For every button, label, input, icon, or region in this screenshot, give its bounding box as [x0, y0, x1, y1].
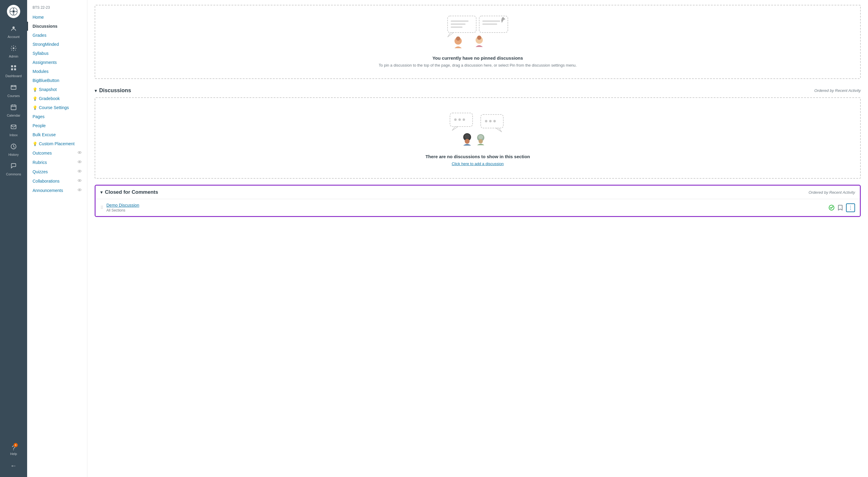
- help-badge: 6: [13, 443, 18, 447]
- nav-modules[interactable]: Modules: [27, 67, 87, 76]
- nav-item-history[interactable]: History: [0, 140, 27, 160]
- app-logo[interactable]: [7, 5, 20, 18]
- nav-course-settings-label: Course Settings: [39, 105, 69, 110]
- table-row: ⠿ Demo Discussion All Sections ⋮: [96, 199, 860, 216]
- svg-point-45: [489, 120, 492, 122]
- nav-pages[interactable]: Pages: [27, 112, 87, 121]
- nav-quizzes-label: Quizzes: [33, 169, 48, 174]
- svg-rect-38: [450, 113, 472, 127]
- nav-home[interactable]: Home: [27, 13, 87, 22]
- svg-rect-8: [11, 65, 13, 67]
- svg-point-44: [485, 120, 487, 122]
- pinned-illustration: [101, 14, 854, 51]
- nav-assignments[interactable]: Assignments: [27, 58, 87, 67]
- discussions-empty-title: There are no discussions to show in this…: [101, 154, 854, 159]
- nav-gradebook[interactable]: 💡 Gradebook: [27, 94, 87, 103]
- nav-outcomes[interactable]: Outcomes: [27, 148, 87, 158]
- nav-grades[interactable]: Grades: [27, 31, 87, 40]
- nav-syllabus[interactable]: Syllabus: [27, 49, 87, 58]
- nav-item-account[interactable]: Account: [0, 22, 27, 42]
- admin-icon: [10, 45, 17, 53]
- icon-nav: Account Admin Dashboard: [0, 0, 27, 477]
- discussion-actions: ⋮: [829, 203, 855, 212]
- nav-bigbluebutton-label: BigBlueButton: [33, 78, 59, 83]
- nav-item-courses[interactable]: Courses: [0, 82, 27, 101]
- nav-item-dashboard[interactable]: Dashboard: [0, 61, 27, 81]
- nav-item-admin[interactable]: Admin: [0, 42, 27, 61]
- nav-label-inbox: Inbox: [10, 133, 18, 137]
- nav-label-dashboard: Dashboard: [5, 74, 22, 78]
- discussions-label: Discussions: [99, 87, 131, 94]
- courses-icon: [10, 84, 17, 93]
- published-icon[interactable]: [829, 204, 835, 211]
- drag-handle-icon[interactable]: ⠿: [100, 205, 103, 210]
- nav-item-commons[interactable]: Commons: [0, 160, 27, 179]
- course-nav: BTS 22-23 Home Discussions Grades Strong…: [27, 0, 87, 477]
- nav-item-calendar[interactable]: Calendar: [0, 101, 27, 121]
- nav-rubrics[interactable]: Rubrics: [27, 158, 87, 167]
- nav-label-account: Account: [7, 35, 20, 39]
- svg-point-53: [478, 139, 483, 144]
- discussions-section-header: ▾ Discussions Ordered by Recent Activity: [87, 84, 868, 97]
- nav-quizzes[interactable]: Quizzes: [27, 167, 87, 176]
- nav-label-admin: Admin: [9, 55, 18, 59]
- course-settings-icon: 💡: [33, 105, 37, 110]
- svg-point-41: [463, 119, 465, 121]
- kebab-menu-button[interactable]: ⋮: [846, 203, 855, 212]
- commons-icon: [10, 163, 17, 171]
- quizzes-eye-icon[interactable]: [78, 169, 82, 174]
- discussions-add-link[interactable]: Click here to add a discussion: [101, 161, 854, 166]
- svg-rect-12: [11, 85, 16, 89]
- svg-point-23: [79, 180, 80, 181]
- svg-point-25: [79, 189, 80, 190]
- nav-discussions[interactable]: Discussions: [27, 22, 87, 31]
- nav-label-commons: Commons: [6, 172, 21, 176]
- nav-collaborations[interactable]: Collaborations: [27, 176, 87, 186]
- nav-strongminded[interactable]: StrongMinded: [27, 40, 87, 49]
- nav-announcements[interactable]: Announcements: [27, 186, 87, 195]
- svg-marker-30: [447, 33, 454, 37]
- nav-rubrics-label: Rubrics: [33, 160, 47, 165]
- svg-point-2: [13, 8, 14, 10]
- svg-rect-10: [11, 68, 13, 70]
- gradebook-icon: 💡: [33, 96, 37, 101]
- inbox-icon: [10, 124, 17, 132]
- closed-chevron[interactable]: ▾: [100, 190, 102, 195]
- nav-item-inbox[interactable]: Inbox: [0, 121, 27, 140]
- svg-point-6: [12, 27, 14, 29]
- nav-modules-label: Modules: [33, 69, 49, 74]
- snapshot-icon: 💡: [33, 87, 37, 92]
- closed-section-header: ▾ Closed for Comments Ordered by Recent …: [96, 186, 860, 199]
- nav-bulk-excuse-label: Bulk Excuse: [33, 132, 56, 137]
- pinned-empty-title: You currently have no pinned discussions: [101, 56, 854, 61]
- main-content: You currently have no pinned discussions…: [87, 0, 868, 477]
- nav-snapshot[interactable]: 💡 Snapshot: [27, 85, 87, 94]
- nav-bigbluebutton[interactable]: BigBlueButton: [27, 76, 87, 85]
- discussions-chevron[interactable]: ▾: [95, 88, 97, 93]
- pinned-section: You currently have no pinned discussions…: [95, 5, 861, 79]
- svg-point-17: [79, 152, 80, 153]
- outcomes-eye-icon[interactable]: [78, 150, 82, 156]
- announcements-eye-icon[interactable]: [78, 188, 82, 193]
- nav-course-settings[interactable]: 💡 Course Settings: [27, 103, 87, 112]
- svg-point-50: [465, 139, 470, 144]
- svg-point-21: [79, 170, 80, 172]
- nav-label-courses: Courses: [7, 94, 20, 98]
- discussion-title[interactable]: Demo Discussion: [106, 203, 829, 208]
- svg-point-40: [458, 119, 461, 121]
- nav-announcements-label: Announcements: [33, 188, 63, 193]
- nav-custom-placement[interactable]: 💡 Custom Placement: [27, 139, 87, 148]
- svg-point-4: [10, 11, 12, 12]
- collaborations-eye-icon[interactable]: [78, 179, 82, 184]
- bookmark-icon[interactable]: [838, 204, 843, 211]
- nav-item-collapse[interactable]: ←: [0, 459, 27, 474]
- svg-point-49: [464, 134, 470, 139]
- svg-point-19: [79, 161, 80, 162]
- discussions-empty-area: There are no discussions to show in this…: [95, 97, 861, 179]
- calendar-icon: [10, 104, 17, 113]
- nav-people[interactable]: People: [27, 121, 87, 130]
- svg-point-35: [456, 36, 460, 41]
- rubrics-eye-icon[interactable]: [78, 160, 82, 165]
- nav-item-help[interactable]: ? 6 Help: [0, 441, 27, 459]
- nav-bulk-excuse[interactable]: Bulk Excuse: [27, 130, 87, 139]
